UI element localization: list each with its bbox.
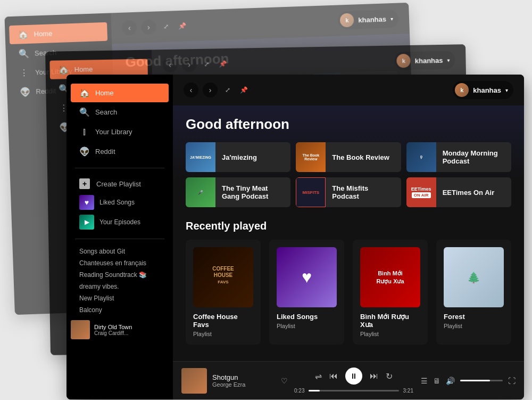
greeting-4: Good afternoon: [186, 116, 511, 133]
jamiezing-title: Ja'miezing: [222, 153, 290, 161]
back-btn-4[interactable]: ‹: [184, 83, 198, 97]
progress-track[interactable]: [309, 390, 398, 391]
create-playlist-btn[interactable]: + Create Playlist: [71, 175, 169, 192]
fullscreen-icon[interactable]: ⛶: [508, 377, 516, 385]
user-button-2[interactable]: k khanhas ▾: [394, 51, 455, 70]
binh-sub: Playlist: [360, 331, 420, 337]
card-jamiezing-4[interactable]: JA'MIEZING Ja'miezing: [186, 142, 290, 172]
sidebar-reddit-4[interactable]: 👽 Reddit: [71, 142, 169, 161]
recent-liked[interactable]: ♥ Liked Songs Playlist: [269, 240, 344, 345]
reddit-icon: 👽: [20, 87, 30, 97]
now-playing-song: Dirty Old Town: [94, 324, 164, 330]
scroll-area-4[interactable]: Good afternoon JA'MIEZING Ja'miezing The…: [173, 105, 524, 361]
heart-icon[interactable]: ♡: [281, 377, 288, 385]
recent-binh[interactable]: Bình MớiRượu Xưa Bình Mới Rượu Xưa Playl…: [353, 240, 428, 345]
forward-button[interactable]: ›: [181, 57, 196, 72]
player-controls: ⇌ ⏮ ⏸ ⏭ ↻ 0:23 3:21: [294, 368, 413, 394]
fullscreen-btn-4[interactable]: ⤢: [222, 84, 234, 96]
player-artist: George Ezra: [212, 381, 276, 388]
play-pause-button[interactable]: ⏸: [345, 368, 362, 385]
back-button[interactable]: ‹: [122, 20, 137, 36]
recently-played-title: Recently played: [186, 220, 511, 232]
sidebar-search-4[interactable]: 🔍 Search: [71, 103, 169, 121]
back-button[interactable]: ‹: [162, 58, 177, 72]
home-icon-4: 🏠: [79, 88, 89, 98]
now-playing-artist: Craig Cardiff...: [94, 330, 164, 336]
sidebar-now-playing: Dirty Old Town Craig Cardiff...: [66, 318, 173, 341]
bookreview-thumb: The Book Review: [296, 142, 326, 172]
coffeehouse-sub: Playlist: [193, 331, 253, 337]
episodes-label: Your Episodes: [99, 218, 140, 226]
monday-title: Monday Morning Podcast: [443, 149, 511, 165]
liked-songs-icon: ♥: [79, 195, 94, 210]
playlist-chanteuses[interactable]: Chanteuses en français: [66, 257, 173, 269]
volume-bar[interactable]: [460, 380, 503, 381]
liked-sub: Playlist: [277, 323, 337, 329]
sidebar-home[interactable]: 🏠 Home: [9, 22, 107, 44]
monday-thumb: 🎙: [406, 142, 436, 172]
fullscreen-button[interactable]: ⤢: [201, 58, 212, 70]
pin-button[interactable]: 📌: [217, 58, 228, 70]
time-current: 0:23: [294, 388, 304, 394]
binh-title: Bình Mới Rượu Xưa: [360, 313, 420, 329]
eetimes-thumb: EETimes ON AIR: [406, 177, 436, 207]
volume-icon[interactable]: 🔊: [446, 377, 455, 385]
bookreview-title: The Book Review: [332, 153, 401, 161]
playlist-dreamy[interactable]: dreamy vibes.: [66, 281, 173, 292]
forward-button[interactable]: ›: [141, 20, 156, 35]
player-right: ☰ 🖥 🔊 ⛶: [420, 377, 516, 385]
library-icon: ⋮: [19, 68, 29, 78]
nav-buttons-4: ‹ › ⤢ 📌: [184, 83, 250, 97]
queue-icon[interactable]: ☰: [421, 377, 428, 385]
recent-forest[interactable]: 🌲 Forest Playlist: [436, 240, 511, 345]
liked-title: Liked Songs: [277, 313, 337, 321]
playlist-new[interactable]: New Playlist: [66, 292, 173, 304]
progress-fill: [309, 390, 319, 391]
playlist-balcony[interactable]: Balcony: [66, 304, 173, 316]
card-bookreview-4[interactable]: The Book Review The Book Review: [296, 142, 401, 172]
coffeehouse-title: Coffee House Favs: [193, 313, 253, 329]
window-4: 🏠 Home 🔍 Search ⫿ Your Library 👽 Reddit: [66, 75, 524, 399]
prev-button[interactable]: ⏮: [329, 371, 338, 381]
user-button[interactable]: k khanhas ▾: [338, 10, 399, 30]
card-monday-4[interactable]: 🎙 Monday Morning Podcast: [406, 142, 511, 172]
avatar-4: k: [455, 83, 469, 97]
coffeehouse-thumb: COFFEEHOUSEFAVS: [193, 247, 253, 307]
jamiezing-thumb: JA'MIEZING: [186, 142, 215, 172]
pin-btn-4[interactable]: 📌: [238, 84, 250, 96]
search-icon: 🔍: [19, 48, 29, 59]
featured-cards: JA'MIEZING Ja'miezing The Book Review Th…: [186, 142, 511, 207]
card-tinymeat-4[interactable]: 🎤 The Tiny Meat Gang Podcast: [186, 177, 290, 207]
playlist-list: Songs about Git Chanteuses en français R…: [66, 243, 173, 318]
devices-icon[interactable]: 🖥: [433, 377, 440, 385]
playlist-reading[interactable]: Reading Soundtrack 📚: [66, 269, 173, 281]
plus-icon: +: [79, 178, 90, 189]
fullscreen-button[interactable]: ⤢: [160, 20, 172, 32]
home-label: Home: [95, 89, 114, 97]
forest-sub: Playlist: [444, 323, 504, 329]
misfits-thumb: MISFITS: [296, 177, 326, 207]
card-eetimes-4[interactable]: EETimes ON AIR EETimes On Air: [406, 177, 511, 207]
library-label: Your Library: [95, 128, 132, 136]
playlist-songs-git[interactable]: Songs about Git: [66, 246, 173, 257]
reddit-label: Reddit: [95, 148, 115, 156]
username-2: khanhas: [415, 56, 443, 64]
forward-btn-4[interactable]: ›: [203, 83, 218, 97]
next-button[interactable]: ⏭: [370, 371, 378, 381]
card-misfits-4[interactable]: MISFITS The Misfits Podcast: [296, 177, 401, 207]
recent-coffeehouse[interactable]: COFFEEHOUSEFAVS Coffee House Favs Playli…: [186, 240, 261, 345]
user-button-4[interactable]: k khanhas ▾: [453, 81, 513, 99]
shuffle-button[interactable]: ⇌: [315, 371, 322, 381]
player-track: Shotgun George Ezra ♡: [181, 368, 288, 394]
create-label: Create Playlist: [96, 180, 141, 188]
pin-button[interactable]: 📌: [176, 20, 188, 32]
liked-songs-item[interactable]: ♥ Liked Songs: [71, 193, 169, 212]
your-episodes-item[interactable]: ▶ Your Episodes: [71, 213, 169, 232]
sidebar-home-4[interactable]: 🏠 Home: [71, 84, 169, 102]
repeat-button[interactable]: ↻: [386, 371, 393, 381]
sidebar-library-4[interactable]: ⫿ Your Library: [71, 122, 169, 142]
tinymeat-thumb: 🎤: [186, 177, 215, 207]
episodes-icon: ▶: [79, 215, 94, 230]
time-total: 3:21: [403, 388, 413, 394]
volume-fill: [460, 380, 490, 381]
